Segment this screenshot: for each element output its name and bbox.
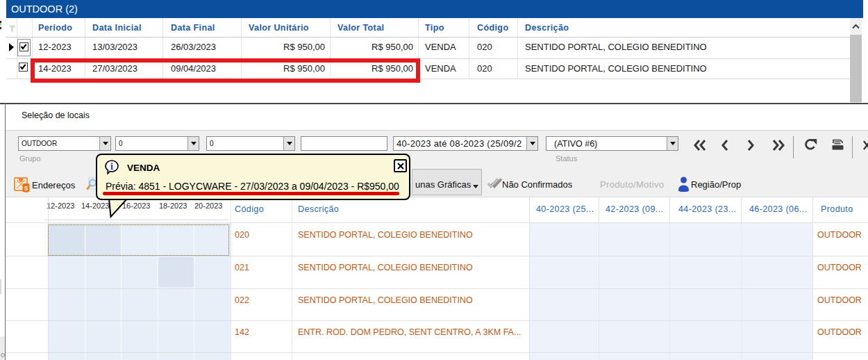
svg-text:S: S [24,185,28,192]
svg-text:i: i [110,161,113,172]
